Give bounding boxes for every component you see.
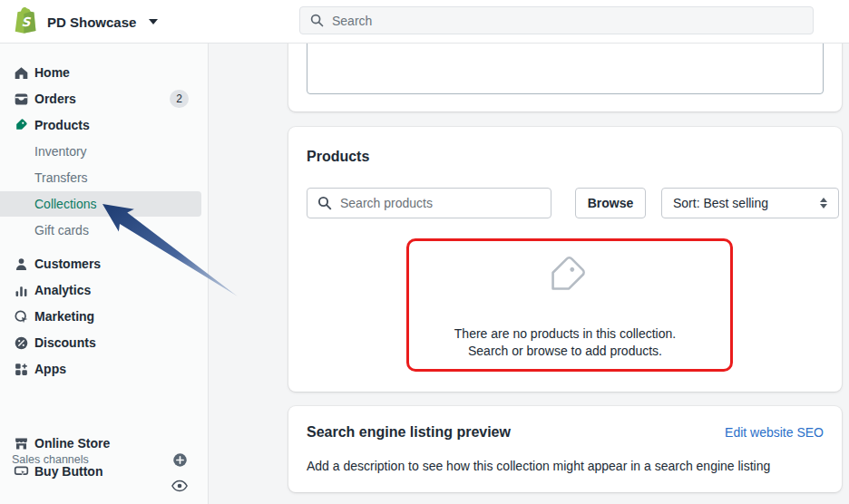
sidebar-item-analytics[interactable]: Analytics [0, 277, 201, 303]
sidebar-item-label: Gift cards [34, 223, 89, 237]
store-name: PD Showcase [47, 15, 136, 30]
sort-select[interactable]: Sort: Best selling [661, 188, 839, 218]
sidebar-item-transfers[interactable]: Transfers [0, 165, 201, 190]
analytics-icon [12, 281, 30, 299]
sidebar-nav: Home Orders 2 Products Inventory Transfe… [0, 44, 209, 504]
marketing-icon [12, 307, 30, 325]
sidebar-item-marketing[interactable]: Marketing [0, 304, 201, 329]
sidebar-item-buy-button[interactable]: Buy Button [0, 459, 201, 484]
search-icon [310, 14, 324, 27]
sidebar-item-label: Discounts [34, 335, 96, 350]
sidebar-item-label: Products [34, 118, 90, 132]
products-card-title: Products [307, 149, 369, 165]
products-card: Products Browse Sort: Best selling There… [288, 127, 842, 392]
sort-select-value: Sort: Best selling [673, 196, 768, 210]
chevron-down-icon [149, 19, 158, 24]
sidebar-item-label: Home [34, 65, 70, 80]
discounts-icon [12, 334, 30, 352]
shopify-logo-icon: S [13, 6, 38, 38]
sidebar-item-label: Customers [34, 257, 101, 271]
sidebar-item-label: Online Store [34, 436, 110, 451]
sidebar-item-label: Inventory [34, 144, 87, 159]
global-search[interactable] [299, 6, 814, 34]
sidebar-item-home[interactable]: Home [0, 60, 201, 85]
sort-arrows-icon [820, 198, 827, 208]
sidebar-item-label: Apps [34, 362, 66, 376]
sidebar-item-label: Analytics [34, 283, 91, 297]
empty-collection-state: There are no products in this collection… [288, 253, 842, 360]
global-search-input[interactable] [332, 14, 813, 28]
sidebar-item-products[interactable]: Products [0, 112, 201, 138]
empty-state-line1: There are no products in this collection… [288, 325, 842, 343]
customers-icon [12, 255, 30, 273]
svg-text:S: S [21, 14, 31, 28]
products-controls-row: Browse Sort: Best selling [307, 188, 824, 218]
product-search-input[interactable] [340, 196, 551, 210]
sidebar-item-label: Buy Button [34, 464, 102, 479]
orders-count-badge: 2 [170, 90, 189, 108]
store-switcher[interactable]: S PD Showcase [13, 0, 158, 44]
sidebar-item-discounts[interactable]: Discounts [0, 330, 201, 355]
top-bar: S PD Showcase [0, 0, 849, 44]
apps-icon [12, 360, 30, 378]
product-search-field[interactable] [307, 188, 551, 218]
sidebar-item-label: Marketing [34, 309, 94, 324]
shopify-admin-page: S PD Showcase Home Orders 2 [0, 0, 849, 504]
search-icon [317, 196, 332, 210]
sidebar-item-label: Orders [34, 92, 76, 106]
empty-state-line2: Search or browse to add products. [288, 343, 842, 360]
sidebar-item-apps[interactable]: Apps [0, 356, 201, 382]
sidebar-item-label: Collections [34, 197, 96, 211]
sidebar-item-label: Transfers [34, 170, 88, 185]
orders-icon [12, 90, 30, 108]
seo-card-description: Add a description to see how this collec… [307, 459, 770, 473]
empty-state-text: There are no products in this collection… [288, 325, 842, 360]
browse-button[interactable]: Browse [575, 188, 646, 218]
sidebar-item-orders[interactable]: Orders 2 [0, 86, 201, 111]
sidebar-item-collections[interactable]: Collections [0, 191, 201, 217]
seo-card-title: Search engine listing preview [307, 424, 511, 441]
sidebar-item-inventory[interactable]: Inventory [0, 139, 201, 164]
sidebar-item-gift-cards[interactable]: Gift cards [0, 218, 201, 243]
home-icon [12, 63, 30, 82]
buy-button-icon [12, 462, 30, 480]
edit-website-seo-link[interactable]: Edit website SEO [725, 425, 824, 440]
seo-preview-card: Search engine listing preview Edit websi… [288, 406, 842, 492]
sidebar-item-customers[interactable]: Customers [0, 251, 201, 276]
storefront-icon [12, 434, 30, 452]
tag-icon [542, 253, 589, 300]
products-tag-icon [12, 116, 30, 134]
sidebar-item-online-store[interactable]: Online Store [0, 431, 201, 456]
